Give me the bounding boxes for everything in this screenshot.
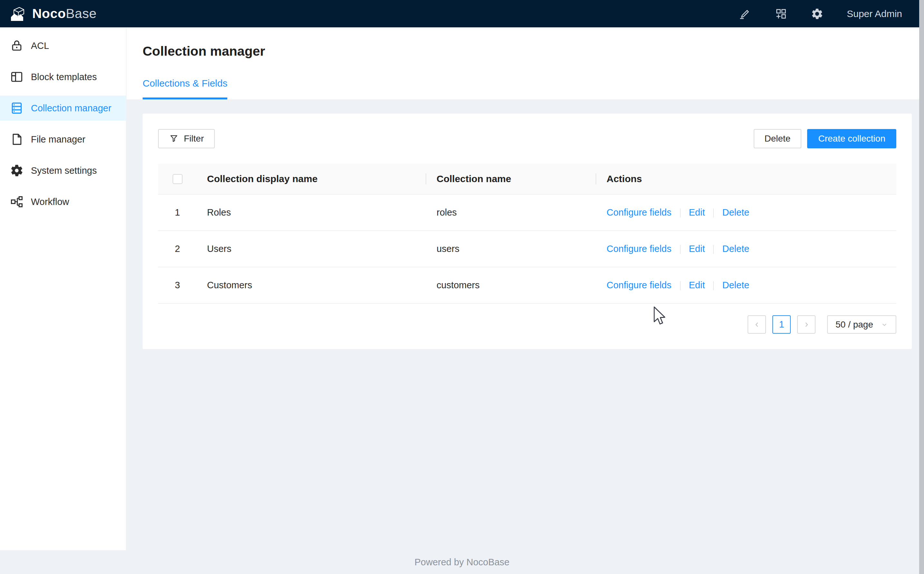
file-icon (9, 132, 24, 147)
row-index: 3 (175, 280, 180, 290)
configure-fields-link[interactable]: Configure fields (607, 244, 671, 254)
nocobase-cube-icon (9, 5, 28, 22)
select-all-cell (158, 164, 197, 194)
sidebar-item-system-settings[interactable]: System settings (0, 158, 126, 183)
sidebar-item-workflow[interactable]: Workflow (0, 189, 126, 214)
tab-collections-and-fields[interactable]: Collections & Fields (143, 76, 227, 99)
delete-button[interactable]: Delete (754, 129, 802, 148)
action-divider (713, 281, 714, 290)
table-row: 3 Customers customers Configure fieldsEd… (158, 267, 896, 304)
page-size-value: 50 / page (836, 320, 873, 330)
sidebar-item-label: Block templates (31, 72, 97, 82)
edit-link[interactable]: Edit (689, 280, 705, 290)
cell-actions: Configure fieldsEditDelete (596, 244, 896, 254)
create-collection-button-label: Create collection (818, 134, 885, 144)
gear-icon[interactable] (811, 7, 824, 20)
sidebar-item-label: System settings (31, 166, 97, 176)
footer: Powered by NocoBase (0, 550, 924, 574)
delete-link[interactable]: Delete (722, 244, 749, 254)
table-row: 1 Roles roles Configure fieldsEditDelete (158, 195, 896, 231)
action-divider (680, 245, 681, 254)
action-divider (680, 208, 681, 218)
collections-table: Collection display name Collection name … (158, 164, 896, 304)
cell-display-name: Users (197, 244, 426, 254)
header-actions: Actions (596, 164, 896, 194)
filter-button-label: Filter (184, 134, 204, 144)
prev-page-button[interactable] (747, 315, 766, 334)
cell-display-name: Customers (197, 280, 426, 290)
page-size-select[interactable]: 50 / page (827, 315, 896, 334)
collections-table-card: Filter Delete Create collection Coll (143, 114, 912, 349)
vertical-scrollbar[interactable] (919, 0, 924, 574)
cell-collection-name: customers (426, 280, 596, 290)
table-toolbar: Filter Delete Create collection (158, 129, 896, 148)
brand-name-bold: Noco (32, 6, 66, 21)
chevron-down-icon (881, 321, 888, 328)
pagination: 1 50 / page (158, 315, 896, 334)
sidebar: ACL Block templates Collection manager (0, 27, 126, 550)
sidebar-item-acl[interactable]: ACL (0, 33, 126, 58)
page-title: Collection manager (143, 43, 908, 60)
configure-fields-link[interactable]: Configure fields (607, 207, 671, 218)
header-collection-name: Collection name (426, 164, 596, 194)
database-icon (9, 101, 24, 115)
sidebar-item-label: Workflow (31, 197, 69, 207)
filter-funnel-icon (169, 134, 178, 144)
delete-link[interactable]: Delete (722, 280, 749, 290)
cell-collection-name: roles (426, 207, 596, 218)
action-divider (713, 208, 714, 218)
table-header-row: Collection display name Collection name … (158, 164, 896, 195)
brand-name-light: Base (66, 6, 96, 21)
cell-actions: Configure fieldsEditDelete (596, 207, 896, 218)
nocobase-logo[interactable]: NocoBase (9, 5, 96, 22)
edit-link[interactable]: Edit (689, 244, 705, 254)
page-header: Collection manager Collections & Fields (126, 27, 924, 99)
configure-fields-link[interactable]: Configure fields (607, 280, 671, 290)
delete-button-label: Delete (764, 134, 791, 144)
create-collection-button[interactable]: Create collection (807, 129, 896, 148)
lock-icon (9, 39, 24, 53)
tabs-bar: Collections & Fields (143, 76, 908, 99)
layout-icon (9, 70, 24, 84)
edit-link[interactable]: Edit (689, 207, 705, 218)
page-1-button[interactable]: 1 (772, 315, 791, 334)
next-page-button[interactable] (797, 315, 815, 334)
cell-collection-name: users (426, 244, 596, 254)
sidebar-item-label: File manager (31, 134, 85, 145)
chevron-right-icon (802, 321, 810, 328)
sidebar-item-label: Collection manager (31, 103, 111, 114)
chevron-left-icon (753, 321, 761, 328)
sidebar-item-file-manager[interactable]: File manager (0, 127, 126, 152)
table-row: 2 Users users Configure fieldsEditDelete (158, 231, 896, 267)
sidebar-item-label: ACL (31, 41, 49, 51)
user-menu[interactable]: Super Admin (847, 8, 902, 19)
appstore-add-icon[interactable] (775, 7, 788, 20)
main-content: Collection manager Collections & Fields … (126, 27, 924, 550)
partition-icon (9, 195, 24, 209)
filter-button[interactable]: Filter (158, 129, 215, 148)
action-divider (680, 281, 681, 290)
delete-link[interactable]: Delete (722, 207, 749, 218)
sidebar-item-block-templates[interactable]: Block templates (0, 65, 126, 90)
sidebar-item-collection-manager[interactable]: Collection manager (0, 96, 126, 121)
action-divider (713, 245, 714, 254)
row-index: 1 (175, 207, 180, 218)
cell-display-name: Roles (197, 207, 426, 218)
select-all-checkbox[interactable] (172, 174, 183, 184)
row-index: 2 (175, 244, 180, 254)
highlighter-icon[interactable] (739, 7, 752, 20)
header-collection-display-name: Collection display name (197, 164, 426, 194)
gear-icon (9, 164, 24, 178)
powered-by-text: Powered by NocoBase (415, 557, 510, 568)
cell-actions: Configure fieldsEditDelete (596, 280, 896, 290)
topbar: NocoBase Super Admin (0, 0, 924, 27)
